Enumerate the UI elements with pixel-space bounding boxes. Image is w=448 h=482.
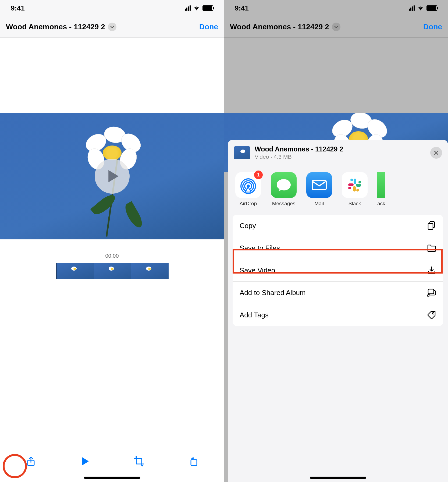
app-label: Messages xyxy=(272,201,296,207)
done-button[interactable]: Done xyxy=(423,23,442,31)
status-time: 9:41 xyxy=(11,4,25,12)
app-label: AirDrop xyxy=(240,201,257,207)
svg-point-1 xyxy=(136,456,137,458)
action-label: Copy xyxy=(240,222,256,230)
close-button[interactable] xyxy=(430,147,442,159)
svg-rect-3 xyxy=(191,460,197,466)
rotate-button[interactable] xyxy=(188,456,198,468)
share-subtitle: Video4.3 MB xyxy=(255,154,426,160)
action-save-video[interactable]: Save Video xyxy=(233,259,443,282)
app-label: Slack xyxy=(349,201,361,207)
copy-icon xyxy=(427,221,436,230)
page-title: Wood Anemones - 112429 2 xyxy=(230,23,340,31)
svg-rect-12 xyxy=(348,183,354,186)
tag-icon xyxy=(427,310,436,320)
crop-button[interactable] xyxy=(134,456,144,468)
svg-rect-20 xyxy=(428,289,434,294)
app-mail[interactable]: Mail xyxy=(306,172,333,207)
badge: 1 xyxy=(254,171,263,179)
action-add-tags[interactable]: Add Tags xyxy=(233,304,443,326)
battery-icon xyxy=(202,5,213,11)
folder-icon xyxy=(427,243,436,253)
messages-icon xyxy=(271,172,297,198)
cellular-icon xyxy=(185,5,191,11)
nav-bar: Wood Anemones - 112429 2 Done xyxy=(0,16,224,38)
share-thumbnail xyxy=(234,146,250,159)
chevron-down-icon[interactable] xyxy=(108,23,116,31)
app-partial[interactable]: Slack xyxy=(377,172,385,207)
wifi-icon xyxy=(417,5,424,11)
app-slack[interactable]: Slack xyxy=(341,172,368,207)
status-bar: 9:41 xyxy=(0,0,224,16)
action-save-to-files[interactable]: Save to Files xyxy=(233,237,443,259)
screenshot-left: 9:41 Wood Anemones - 112429 2 Done xyxy=(0,0,224,482)
slack-icon xyxy=(342,172,368,198)
cellular-icon xyxy=(409,5,415,11)
wifi-icon xyxy=(193,5,200,11)
action-label: Add Tags xyxy=(240,311,269,319)
partial-icon xyxy=(377,172,385,198)
home-indicator[interactable] xyxy=(310,477,366,479)
done-button[interactable]: Done xyxy=(199,23,218,31)
svg-point-14 xyxy=(358,181,361,183)
timecode-label: 00:00 xyxy=(105,253,119,259)
video-preview[interactable] xyxy=(0,113,224,239)
svg-rect-18 xyxy=(428,224,433,229)
share-button[interactable] xyxy=(26,456,36,468)
share-header: Wood Anemones - 112429 2 Video4.3 MB xyxy=(228,140,448,165)
app-messages[interactable]: Messages xyxy=(270,172,297,207)
home-indicator[interactable] xyxy=(84,477,140,479)
status-bar: 9:41 xyxy=(224,0,448,16)
action-label: Save to Files xyxy=(240,244,280,252)
app-label: Mail xyxy=(315,201,324,207)
action-label: Save Video xyxy=(240,266,275,275)
status-right xyxy=(409,5,437,11)
title-text: Wood Anemones - 112429 2 xyxy=(230,23,329,31)
share-title: Wood Anemones - 112429 2 xyxy=(255,145,426,153)
airdrop-icon: 1 xyxy=(235,172,261,198)
svg-rect-9 xyxy=(354,179,356,184)
svg-point-15 xyxy=(356,189,359,192)
share-apps-row[interactable]: 1 AirDrop Messages Mail xyxy=(228,165,448,211)
action-label: Add to Shared Album xyxy=(240,289,306,297)
app-label: Slack xyxy=(377,201,385,207)
timeline-scrubber[interactable] xyxy=(56,263,169,279)
shared-album-icon xyxy=(427,288,436,297)
svg-point-21 xyxy=(428,295,429,296)
action-add-to-shared-album[interactable]: Add to Shared Album xyxy=(233,282,443,304)
page-title: Wood Anemones - 112429 2 xyxy=(6,23,116,31)
nav-bar: Wood Anemones - 112429 2 Done xyxy=(224,16,448,38)
chevron-down-icon[interactable] xyxy=(332,23,340,31)
mail-icon xyxy=(306,172,332,198)
annotation-circle xyxy=(3,454,27,478)
svg-point-2 xyxy=(141,465,143,466)
svg-rect-10 xyxy=(356,184,361,187)
title-text: Wood Anemones - 112429 2 xyxy=(6,23,105,31)
app-airdrop[interactable]: 1 AirDrop xyxy=(235,172,262,207)
share-sheet: Wood Anemones - 112429 2 Video4.3 MB 1 A… xyxy=(228,140,448,482)
action-list: Copy Save to Files Save Video Add to Sha… xyxy=(233,215,443,326)
status-right xyxy=(185,5,213,11)
svg-point-22 xyxy=(432,313,434,314)
action-copy[interactable]: Copy xyxy=(233,215,443,237)
svg-rect-8 xyxy=(312,180,326,190)
screenshot-right: 9:41 Wood Anemones - 112429 2 Done xyxy=(224,0,448,482)
svg-rect-11 xyxy=(353,186,356,192)
svg-point-13 xyxy=(350,179,353,181)
play-toolbar-button[interactable] xyxy=(80,456,90,468)
download-icon xyxy=(427,266,436,275)
status-time: 9:41 xyxy=(235,4,249,12)
battery-icon xyxy=(426,5,437,11)
svg-point-16 xyxy=(348,187,351,189)
play-button[interactable] xyxy=(95,159,130,194)
